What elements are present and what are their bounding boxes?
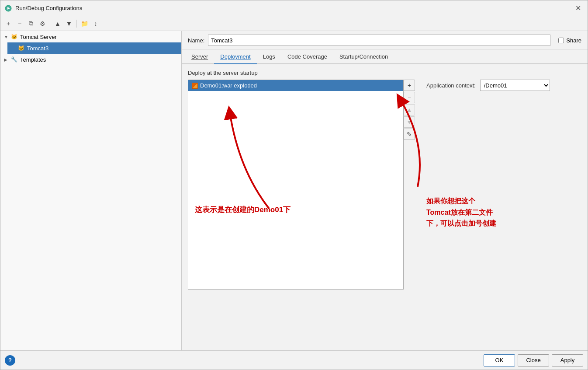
share-checkbox[interactable] (558, 38, 564, 43)
toolbar-separator (50, 20, 50, 28)
tree-templates[interactable]: ▶ 🔧 Templates (0, 54, 181, 65)
templates-label: Templates (20, 56, 46, 63)
remove-config-button[interactable]: − (14, 18, 25, 29)
deploy-buttons: + − ▲ ▼ ✎ (404, 80, 415, 290)
move-up-button[interactable]: ▲ (52, 18, 63, 29)
toolbar-separator-2 (76, 20, 77, 28)
left-panel: ▼ 🐱 Tomcat Server 🐱 Tomcat3 ▶ 🔧 Template… (0, 31, 182, 350)
run-debug-dialog: Run/Debug Configurations ✕ + − ⧉ ⚙ ▲ ▼ 📁… (0, 0, 588, 370)
tabs: Server Deployment Logs Code Coverage Sta… (182, 50, 588, 64)
tab-server[interactable]: Server (185, 50, 214, 64)
deploy-up-button[interactable]: ▲ (404, 104, 415, 115)
copy-config-button[interactable]: ⧉ (26, 18, 36, 29)
artifact-icon (192, 83, 198, 89)
deploy-edit-button[interactable]: ✎ (404, 129, 415, 140)
dialog-close-button[interactable]: ✕ (573, 3, 583, 14)
deploy-list[interactable]: Demo01:war exploded (188, 80, 404, 290)
tab-server-label: Server (191, 53, 208, 60)
move-down-button[interactable]: ▼ (64, 18, 74, 29)
tree-tomcat3[interactable]: 🐱 Tomcat3 (7, 42, 181, 54)
tab-code-coverage[interactable]: Code Coverage (281, 50, 333, 64)
title-bar: Run/Debug Configurations ✕ (0, 0, 588, 16)
deployment-tab-content: Deploy at the server startup Demo01:war … (182, 64, 588, 350)
toolbar: + − ⧉ ⚙ ▲ ▼ 📁 ↕ (0, 16, 588, 31)
tomcat-server-label: Tomcat Server (20, 34, 57, 40)
name-input[interactable] (208, 35, 550, 46)
run-debug-icon (5, 5, 12, 12)
app-context-select[interactable]: /Demo01 (480, 80, 550, 91)
ok-button[interactable]: OK (484, 354, 515, 367)
deploy-down-button[interactable]: ▼ (404, 116, 415, 128)
help-button[interactable]: ? (5, 355, 15, 366)
tab-startup-label: Startup/Connection (339, 53, 388, 60)
add-config-button[interactable]: + (3, 18, 14, 29)
templates-icon: 🔧 (10, 56, 18, 63)
tab-logs[interactable]: Logs (257, 50, 281, 64)
name-label: Name: (188, 37, 204, 44)
deploy-section-label: Deploy at the server startup (188, 70, 581, 76)
right-panel: Name: Share Server Deployment Logs (182, 31, 588, 350)
tab-code-coverage-label: Code Coverage (287, 53, 327, 60)
share-row: Share (558, 37, 581, 44)
dialog-title: Run/Debug Configurations (15, 5, 573, 11)
sort-button[interactable]: ↕ (90, 18, 101, 29)
tree-tomcat-server[interactable]: ▼ 🐱 Tomcat Server (0, 31, 181, 42)
templates-arrow: ▶ (4, 57, 10, 62)
tomcat-server-icon: 🐱 (10, 33, 18, 41)
deploy-add-button[interactable]: + (404, 80, 415, 91)
close-button[interactable]: Close (518, 354, 549, 367)
folder-button[interactable]: 📁 (79, 18, 90, 29)
tab-logs-label: Logs (263, 53, 275, 60)
deploy-item-label: Demo01:war exploded (200, 82, 257, 89)
tab-deployment[interactable]: Deployment (214, 50, 256, 64)
tab-startup[interactable]: Startup/Connection (333, 50, 394, 64)
bottom-right: OK Close Apply (484, 354, 583, 367)
apply-button[interactable]: Apply (552, 354, 583, 367)
settings-button[interactable]: ⚙ (37, 18, 48, 29)
bottom-bar: ? OK Close Apply (0, 350, 588, 370)
app-context-area: Application context: /Demo01 (419, 80, 550, 91)
deploy-item[interactable]: Demo01:war exploded (188, 80, 403, 91)
name-row: Name: Share (182, 31, 588, 50)
share-label: Share (566, 37, 581, 44)
main-content: ▼ 🐱 Tomcat Server 🐱 Tomcat3 ▶ 🔧 Template… (0, 31, 588, 350)
expand-arrow: ▼ (4, 35, 10, 39)
tab-deployment-label: Deployment (220, 53, 250, 60)
bottom-left: ? (5, 355, 15, 366)
tomcat3-label: Tomcat3 (27, 45, 48, 52)
deploy-remove-button[interactable]: − (404, 92, 415, 103)
tomcat3-icon: 🐱 (17, 44, 25, 52)
app-context-label: Application context: (426, 82, 476, 89)
